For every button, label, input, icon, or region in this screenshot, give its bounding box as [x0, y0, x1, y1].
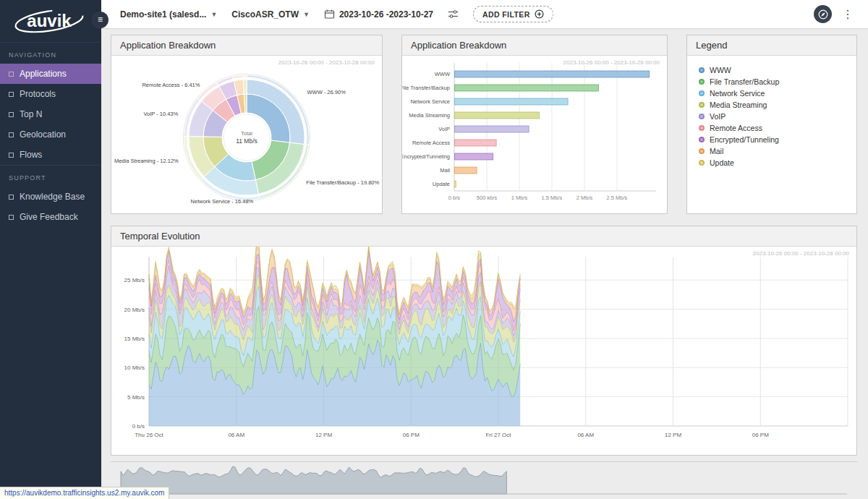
square-icon — [9, 112, 14, 117]
explore-button[interactable] — [814, 5, 832, 23]
panel-title: Temporal Evolution — [120, 231, 200, 242]
bar-voip[interactable] — [455, 126, 529, 132]
legend-item-media-streaming[interactable]: Media Streaming — [699, 99, 845, 111]
panel-header: Legend — [687, 35, 856, 56]
temporal-y-tick: 20 Mb/s — [124, 307, 145, 313]
legend-item-www[interactable]: WWW — [699, 64, 845, 76]
panel-temporal-evolution: Temporal Evolution 2023-10-26 00:00 - 20… — [111, 226, 857, 456]
bar-x-tick: 2 Mb/s — [576, 195, 593, 201]
bar-media-streaming[interactable] — [455, 112, 540, 119]
bar-update[interactable] — [455, 181, 456, 187]
navigator-area-chart[interactable]: 06 AM12 PM06 PMFri 27 Oct06 AM12 PM06 PM — [111, 465, 856, 499]
bar-category-label: WWW — [435, 71, 451, 77]
panel-header: Application Breakdown — [402, 35, 667, 56]
panel-title: Legend — [696, 40, 727, 51]
temporal-y-tick: 5 Mb/s — [127, 394, 145, 401]
nav-item-label: Applications — [20, 69, 67, 79]
navigator-area[interactable] — [121, 466, 506, 494]
legend-item-label: File Transfer/Backup — [710, 77, 779, 86]
toolbar-right: ⋮ — [814, 5, 856, 23]
legend-item-file-transfer-backup[interactable]: File Transfer/Backup — [699, 76, 845, 88]
donut-slice-outer-update[interactable] — [243, 80, 247, 94]
bar-www[interactable] — [455, 71, 650, 77]
bar-encrypted-tunneling[interactable] — [455, 153, 493, 160]
app-root: auvik NAVIGATION ApplicationsProtocolsTo… — [0, 0, 868, 499]
add-filter-label: ADD FILTER — [482, 10, 530, 19]
temporal-y-tick: 0 b/s — [132, 423, 145, 430]
bar-file-transfer-backup[interactable] — [455, 85, 599, 91]
temporal-x-tick: Fri 27 Oct — [485, 432, 511, 438]
temporal-stacked-area-chart[interactable]: 0 b/s5 Mb/s10 Mb/s15 Mb/s20 Mb/s25 Mb/sT… — [111, 247, 856, 455]
time-range-label: 2023-10-26 00:00 - 2023-10-28 00:00 — [753, 250, 849, 257]
legend-item-voip[interactable]: VoIP — [699, 111, 845, 122]
site-selector[interactable]: Demo-site1 (salesd... ▼ — [120, 9, 217, 20]
sidebar-item-give-feedback[interactable]: Give Feedback — [0, 207, 101, 227]
plus-circle-icon — [535, 9, 544, 19]
auvik-logo[interactable]: auvik — [0, 0, 101, 42]
legend-color-icon — [699, 125, 705, 131]
bar-category-label: Media Streaming — [409, 112, 450, 119]
legend-item-label: Remote Access — [710, 124, 762, 132]
bar-mail[interactable] — [455, 167, 477, 174]
bar-category-label: VoIP — [438, 126, 450, 132]
legend-color-icon — [699, 67, 705, 73]
sidebar-item-flows[interactable]: Flows — [0, 145, 101, 165]
sidebar: auvik NAVIGATION ApplicationsProtocolsTo… — [0, 0, 101, 499]
bar-remote-access[interactable] — [455, 140, 497, 146]
filter-sliders-icon — [448, 9, 459, 19]
compass-icon — [818, 9, 828, 20]
chevron-down-icon: ▼ — [210, 11, 217, 18]
menu-toggle-button[interactable]: ≡ — [92, 12, 109, 28]
legend-item-remote-access[interactable]: Remote Access — [699, 122, 845, 134]
panel-body: 2023-10-26 00:00 - 2023-10-28 00:00 0 b/… — [402, 56, 667, 213]
bar-x-tick: 0 b/s — [448, 195, 461, 201]
donut-label-media-streaming: Media Streaming - 12.12% — [114, 158, 179, 164]
application-donut-chart[interactable]: Total11 Mb/sWWW - 26.90%File Transfer/Ba… — [111, 56, 382, 213]
legend-item-network-service[interactable]: Network Service — [699, 88, 845, 99]
kebab-menu-button[interactable]: ⋮ — [839, 7, 856, 21]
bar-category-label: Encrypted/Tunneling — [402, 153, 450, 160]
panel-header: Temporal Evolution — [111, 226, 856, 247]
panel-body: 2023-10-26 00:00 - 2023-10-28 00:00 Tota… — [111, 56, 382, 213]
legend-item-encrypted-tunneling[interactable]: Encrypted/Tunneling — [699, 134, 845, 145]
timeline-navigator[interactable]: 06 AM12 PM06 PMFri 27 Oct06 AM12 PM06 PM — [111, 461, 857, 499]
sidebar-item-top-n[interactable]: Top N — [0, 104, 101, 124]
donut-center-value: 11 Mb/s — [236, 137, 258, 145]
add-filter-button[interactable]: ADD FILTER — [473, 6, 553, 22]
bar-category-label: File Transfer/Backup — [402, 85, 450, 91]
nav-section: NAVIGATION ApplicationsProtocolsTop NGeo… — [0, 42, 101, 165]
device-selector[interactable]: CiscoASR_OTW ▼ — [231, 9, 310, 20]
legend-item-label: WWW — [710, 66, 731, 74]
bar-network-service[interactable] — [455, 98, 569, 105]
legend-color-icon — [699, 79, 705, 85]
donut-arc-update[interactable] — [243, 75, 247, 78]
square-icon — [9, 195, 14, 200]
calendar-icon — [324, 9, 335, 20]
donut-label-file-transfer-backup: File Transfer/Backup - 19.80% — [306, 179, 379, 186]
nav-item-label: Knowledge Base — [20, 192, 85, 202]
temporal-x-tick: 06 AM — [577, 432, 594, 438]
panel-application-breakdown-donut: Application Breakdown 2023-10-26 00:00 -… — [111, 35, 383, 214]
filter-settings[interactable] — [448, 9, 459, 19]
sidebar-item-knowledge-base[interactable]: Knowledge Base — [0, 187, 101, 207]
application-bar-chart[interactable]: 0 b/s500 kb/s1 Mb/s1.5 Mb/s2 Mb/s2.5 Mb/… — [402, 56, 667, 213]
temporal-x-tick: Thu 26 Oct — [135, 432, 163, 438]
sidebar-item-applications[interactable]: Applications — [0, 64, 101, 84]
legend-item-update[interactable]: Update — [699, 157, 845, 169]
bar-category-label: Update — [433, 181, 450, 187]
status-url: https://auvikdemo.trafficinsights.us2.my… — [0, 487, 169, 499]
temporal-x-tick: 06 PM — [752, 432, 769, 438]
sidebar-item-protocols[interactable]: Protocols — [0, 84, 101, 104]
sidebar-item-geolocation[interactable]: Geolocation — [0, 124, 101, 145]
legend-item-mail[interactable]: Mail — [699, 145, 845, 157]
panel-title: Application Breakdown — [411, 40, 506, 51]
temporal-x-tick: 06 AM — [228, 432, 244, 438]
nav-section-label: NAVIGATION — [0, 42, 101, 64]
bar-x-tick: 1 Mb/s — [511, 195, 528, 201]
time-range-label: 2023-10-26 00:00 - 2023-10-28 00:00 — [278, 59, 375, 66]
nav-item-label: Flows — [20, 150, 42, 160]
panel-body: WWWFile Transfer/BackupNetwork ServiceMe… — [687, 56, 856, 177]
donut-label-www: WWW - 26.90% — [307, 89, 346, 95]
date-range-picker[interactable]: 2023-10-26 -2023-10-27 — [324, 9, 433, 20]
donut-label-remote-access: Remote Access - 6.41% — [142, 82, 200, 88]
